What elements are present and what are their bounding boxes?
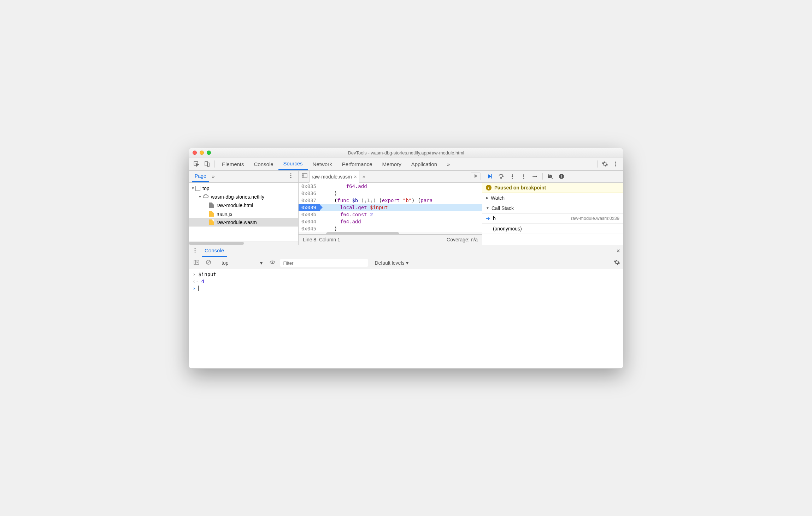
coverage-status: Coverage: n/a — [447, 237, 478, 242]
svg-point-30 — [195, 252, 196, 253]
filter-input[interactable] — [280, 259, 368, 267]
gutter[interactable]: 0x035 — [299, 183, 320, 190]
device-toolbar-icon[interactable] — [202, 159, 212, 169]
watch-section[interactable]: ▶ Watch — [482, 193, 623, 203]
gutter[interactable]: 0x044 — [299, 218, 320, 225]
callstack-frame[interactable]: (anonymous) — [482, 224, 623, 234]
console-settings-icon[interactable] — [614, 259, 620, 267]
step-over-icon[interactable] — [496, 172, 506, 181]
svg-point-7 — [290, 175, 292, 176]
file-icon — [209, 203, 214, 208]
svg-point-28 — [195, 248, 196, 249]
gutter-breakpoint[interactable]: 0x039 — [299, 204, 320, 211]
live-expression-icon[interactable] — [268, 259, 277, 267]
chevron-down-icon: ▼ — [486, 206, 489, 210]
callstack-frame[interactable]: ➔ b raw-module.wasm:0x39 — [482, 213, 623, 224]
svg-point-29 — [195, 250, 196, 251]
tab-sources[interactable]: Sources — [278, 158, 308, 170]
code-line: ) — [320, 225, 482, 232]
kebab-menu-icon[interactable] — [610, 159, 621, 169]
svg-point-8 — [290, 177, 292, 178]
navigator-tabs-overflow[interactable]: » — [209, 174, 218, 179]
editor-tabs-overflow[interactable]: » — [359, 174, 369, 179]
tabs-overflow[interactable]: » — [442, 158, 455, 170]
toggle-sidebar-icon[interactable] — [192, 259, 201, 267]
navigator-hscrollbar[interactable] — [189, 241, 298, 245]
divider — [542, 173, 543, 180]
tree-label: raw-module.html — [217, 203, 253, 208]
resume-icon[interactable] — [484, 172, 495, 181]
drawer-kebab-icon[interactable] — [192, 247, 198, 255]
svg-marker-23 — [536, 175, 537, 177]
gutter[interactable]: 0x037 — [299, 197, 320, 204]
output-chevron-icon: ‹· — [193, 278, 199, 284]
drawer-tab-console[interactable]: Console — [202, 245, 227, 257]
tree-label: raw-module.wasm — [217, 219, 257, 225]
console-result: 4 — [201, 278, 204, 284]
svg-rect-31 — [194, 260, 199, 264]
tab-performance[interactable]: Performance — [337, 158, 377, 170]
step-out-icon[interactable] — [518, 172, 529, 181]
pause-on-exceptions-icon[interactable] — [556, 172, 567, 181]
settings-icon[interactable] — [600, 159, 610, 169]
divider — [597, 160, 598, 168]
code-line: (func $b (;1;) (export "b") (para — [320, 197, 482, 204]
tab-network[interactable]: Network — [308, 158, 337, 170]
tab-memory[interactable]: Memory — [377, 158, 406, 170]
toggle-navigator-icon[interactable] — [300, 172, 309, 180]
navigator-pane: Page » ▼ top ▼ wasm-dbg-stories.netl — [189, 171, 299, 245]
console-toolbar: top ▾ Default levels ▾ — [189, 257, 623, 269]
close-tab-icon[interactable]: × — [354, 174, 357, 180]
code-line: ) — [320, 190, 482, 197]
log-levels-selector[interactable]: Default levels ▾ — [375, 260, 408, 266]
tree-origin[interactable]: ▼ wasm-dbg-stories.netlify — [189, 193, 298, 201]
svg-point-3 — [615, 162, 616, 163]
svg-rect-13 — [492, 174, 492, 178]
tab-application[interactable]: Application — [406, 158, 442, 170]
clear-console-icon[interactable] — [204, 259, 213, 267]
gutter[interactable]: 0x036 — [299, 190, 320, 197]
section-label: Watch — [491, 195, 505, 201]
editor-pane: raw-module.wasm × » 0x035 f64.add 0x036 … — [299, 171, 482, 245]
step-into-icon[interactable] — [507, 172, 518, 181]
prompt-chevron-icon: › — [193, 286, 195, 291]
tree-top[interactable]: ▼ top — [189, 184, 298, 193]
levels-label: Default levels — [375, 260, 404, 266]
console-body[interactable]: › $input ‹· 4 › — [189, 269, 623, 368]
console-input-row: › $input — [189, 271, 623, 278]
context-selector[interactable]: top ▾ — [219, 260, 265, 266]
cursor-position: Line 8, Column 1 — [303, 237, 340, 242]
navigator-more-icon[interactable] — [286, 172, 295, 180]
editor-tab[interactable]: raw-module.wasm × — [309, 171, 359, 183]
tab-elements[interactable]: Elements — [217, 158, 249, 170]
gutter[interactable]: 0x045 — [299, 225, 320, 232]
deactivate-breakpoints-icon[interactable] — [545, 172, 555, 181]
code-editor[interactable]: 0x035 f64.add 0x036 ) 0x037 (func $b (;1… — [299, 183, 482, 234]
paused-text: Paused on breakpoint — [494, 185, 546, 190]
frame-name: b — [493, 216, 496, 221]
navigator-tab-page[interactable]: Page — [192, 170, 209, 182]
step-icon[interactable] — [530, 172, 540, 181]
svg-point-18 — [523, 178, 524, 179]
tree-file-html[interactable]: raw-module.html — [189, 201, 298, 210]
titlebar: DevTools - wasm-dbg-stories.netlify.app/… — [189, 148, 623, 158]
gutter[interactable]: 0x03b — [299, 211, 320, 218]
console-prompt[interactable]: › — [189, 285, 623, 292]
run-snippet-icon[interactable] — [471, 172, 481, 180]
svg-marker-11 — [475, 174, 477, 178]
divider — [214, 160, 215, 168]
tree-file-js[interactable]: main.js — [189, 210, 298, 218]
editor-tab-label: raw-module.wasm — [312, 174, 352, 180]
tab-console[interactable]: Console — [249, 158, 278, 170]
code-line: f64.add — [320, 183, 482, 190]
tree-label: top — [202, 186, 209, 191]
debugger-toolbar — [482, 171, 623, 183]
context-label: top — [222, 260, 228, 266]
chevron-right-icon: ▶ — [486, 196, 489, 200]
inspect-element-icon[interactable] — [191, 159, 202, 169]
code-line: local.get $input — [320, 204, 482, 211]
close-drawer-icon[interactable]: × — [616, 247, 620, 255]
callstack-section[interactable]: ▼ Call Stack — [482, 203, 623, 213]
editor-head: raw-module.wasm × » — [299, 171, 482, 183]
tree-file-wasm[interactable]: raw-module.wasm — [189, 218, 298, 227]
